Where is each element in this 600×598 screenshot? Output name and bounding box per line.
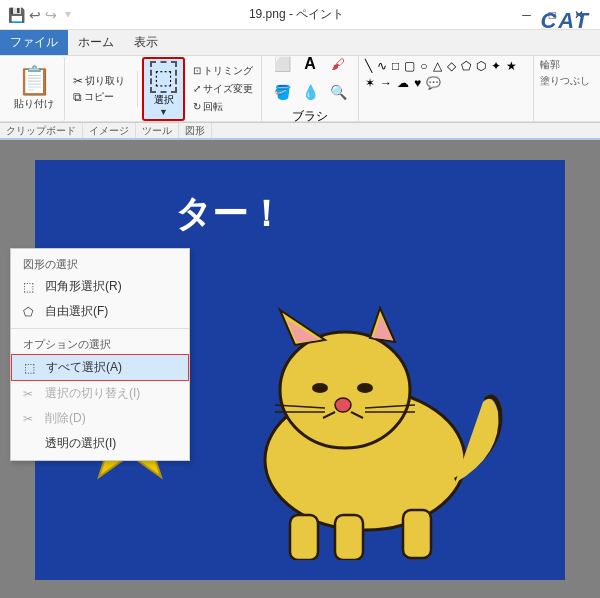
svg-rect-17 — [335, 515, 363, 560]
invert-select-item: ✂ 選択の切り替え(I) — [11, 381, 189, 406]
select-all-icon: ⬚ — [24, 361, 40, 375]
hexagon-shape[interactable]: ⬡ — [474, 58, 488, 74]
shapes-label: 図形 — [179, 123, 212, 138]
svg-rect-16 — [290, 515, 318, 560]
paste-button[interactable]: 📋 貼り付け — [4, 56, 65, 121]
paste-icon: 📋 — [17, 67, 52, 95]
content-area: ター！ — [0, 140, 600, 598]
rotate-icon: ↻ — [193, 101, 201, 112]
eraser-tool[interactable]: ⬜ — [270, 52, 294, 76]
free-select-item[interactable]: ⬠ 自由選択(F) — [11, 299, 189, 324]
outline-label: 輪郭 — [540, 58, 590, 72]
shape-section-header: 図形の選択 — [11, 253, 189, 274]
trim-icon: ⊡ — [193, 65, 201, 76]
fill-label: 塗りつぶし — [540, 74, 590, 88]
menu-home[interactable]: ホーム — [68, 30, 124, 55]
app-title: 19.png - ペイント — [79, 6, 514, 23]
rect-select-item[interactable]: ⬚ 四角形選択(R) — [11, 274, 189, 299]
svg-point-8 — [357, 383, 373, 393]
pentagon-shape[interactable]: ⬠ — [459, 58, 473, 74]
diamond-shape[interactable]: ◇ — [445, 58, 458, 74]
brush-color[interactable]: 🖌 — [326, 52, 350, 76]
transparent-select-item[interactable]: 透明の選択(I) — [11, 431, 189, 456]
rect-shape[interactable]: □ — [390, 58, 401, 74]
resize-button[interactable]: ⤢ サイズ変更 — [189, 81, 257, 97]
text-tool[interactable]: A — [298, 52, 322, 76]
cloud-shape[interactable]: ☁ — [395, 75, 411, 91]
speech-bubble[interactable]: 💬 — [424, 75, 443, 91]
select-button[interactable]: ⬚ 選択 ▼ — [142, 57, 185, 121]
delete-item: ✂ 削除(D) — [11, 406, 189, 431]
star4-shape[interactable]: ✦ — [489, 58, 503, 74]
image-label: イメージ — [83, 123, 136, 138]
line-shape[interactable]: ╲ — [363, 58, 374, 74]
title-bar: 💾 ↩ ↪ ▾ 19.png - ペイント ─ □ ✕ — [0, 0, 600, 30]
round-rect-shape[interactable]: ▢ — [402, 58, 417, 74]
ellipse-shape[interactable]: ○ — [418, 58, 429, 74]
cut-button[interactable]: ✂ 切り取り — [69, 73, 129, 89]
cat-text: CAT — [540, 8, 590, 34]
trim-button[interactable]: ⊡ トリミング — [189, 63, 257, 79]
arrow-shape[interactable]: → — [378, 75, 394, 91]
magnify-tool[interactable]: 🔍 — [326, 80, 350, 104]
clipboard-label: クリップボード — [0, 123, 83, 138]
svg-point-7 — [312, 383, 328, 393]
rotate-button[interactable]: ↻ 回転 — [189, 99, 257, 115]
tools-label: ツール — [136, 123, 179, 138]
copy-icon: ⧉ — [73, 90, 82, 104]
triangle-shape[interactable]: △ — [431, 58, 444, 74]
star5-shape[interactable]: ★ — [504, 58, 519, 74]
select-icon: ⬚ — [150, 61, 177, 93]
star6-shape[interactable]: ✶ — [363, 75, 377, 91]
rect-select-icon: ⬚ — [23, 280, 39, 294]
canvas-text: ター！ — [175, 190, 284, 239]
copy-button[interactable]: ⧉ コピー — [69, 89, 129, 105]
fill-tool[interactable]: 🪣 — [270, 80, 294, 104]
free-select-icon: ⬠ — [23, 305, 39, 319]
svg-rect-18 — [403, 510, 431, 558]
menu-view[interactable]: 表示 — [124, 30, 168, 55]
heart-shape[interactable]: ♥ — [412, 75, 423, 91]
dropdown-menu: 図形の選択 ⬚ 四角形選択(R) ⬠ 自由選択(F) オプションの選択 ⬚ すべ… — [10, 248, 190, 461]
delete-icon: ✂ — [23, 412, 39, 426]
divider-1 — [11, 328, 189, 329]
svg-point-2 — [280, 332, 410, 448]
cut-icon: ✂ — [73, 74, 83, 88]
select-dropdown-arrow[interactable]: ▼ — [159, 107, 168, 117]
select-all-item[interactable]: ⬚ すべて選択(A) — [11, 354, 189, 381]
minimize-btn[interactable]: ─ — [514, 8, 539, 22]
resize-icon: ⤢ — [193, 83, 201, 94]
svg-point-9 — [335, 398, 351, 412]
options-section-header: オプションの選択 — [11, 333, 189, 354]
invert-icon: ✂ — [23, 387, 39, 401]
curve-shape[interactable]: ∿ — [375, 58, 389, 74]
menu-file[interactable]: ファイル — [0, 30, 68, 55]
ribbon: 📋 貼り付け ✂ 切り取り ⧉ コピー ⬚ 選択 ▼ ⊡ トリミン — [0, 56, 600, 140]
cat-svg — [215, 300, 515, 560]
color-picker[interactable]: 💧 — [298, 80, 322, 104]
